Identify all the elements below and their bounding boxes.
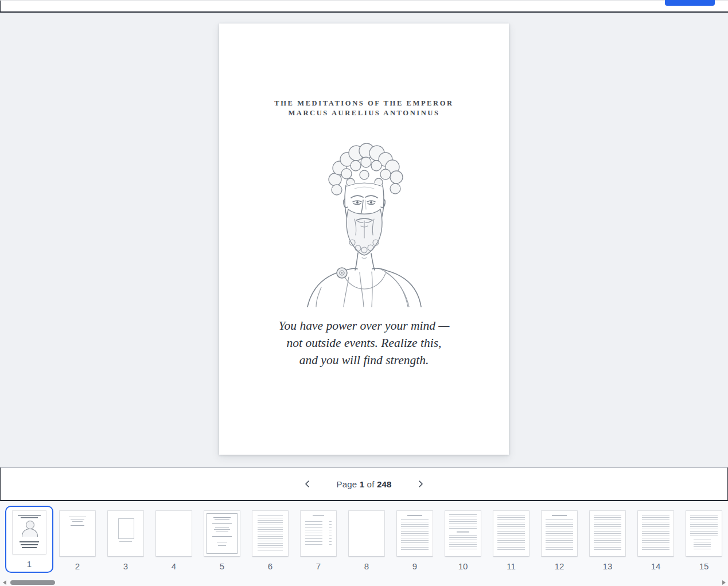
total-page-count: 248: [377, 479, 392, 489]
thumbnail-item-1[interactable]: 1: [5, 506, 53, 573]
chevron-right-icon: [416, 480, 425, 488]
thumbnail-page-preview: [349, 511, 384, 556]
page-word: Page: [336, 479, 357, 489]
thumbnail-list: 123456789101112131415: [0, 501, 728, 575]
chevron-left-icon: [303, 480, 312, 488]
thumbnail-page-preview: [542, 511, 577, 556]
thumbnail-page-number: 14: [651, 561, 661, 572]
thumbnail-item-6[interactable]: 6: [246, 506, 294, 575]
thumbnail-page-number: 1: [27, 559, 32, 569]
thumbnail-page-number: 12: [555, 561, 565, 572]
thumbnail-page-preview: [60, 511, 95, 556]
of-word: of: [367, 479, 375, 489]
thumbnail-page-preview: [108, 511, 143, 556]
thumbnail-item-15[interactable]: 15: [680, 506, 728, 575]
top-toolbar: [0, 0, 728, 13]
thumbnail-page-preview: [397, 511, 433, 556]
thumbnail-page-preview: [301, 511, 336, 556]
thumbnail-page-number: 3: [123, 561, 128, 572]
thumbnail-page-number: 10: [458, 561, 468, 572]
viewer-canvas[interactable]: THE MEDITATIONS OF THE EMPEROR MARCUS AU…: [0, 13, 728, 467]
thumbnail-page-number: 2: [75, 561, 80, 572]
book-quote: You have power over your mind — not outs…: [279, 317, 450, 369]
thumbnail-item-10[interactable]: 10: [439, 506, 487, 575]
thumbnail-item-2[interactable]: 2: [53, 506, 102, 575]
quote-line3: and you will find strength.: [279, 351, 450, 369]
thumbnail-item-8[interactable]: 8: [342, 506, 391, 575]
thumbnail-page-number: 11: [507, 561, 516, 572]
thumbnail-item-11[interactable]: 11: [487, 506, 535, 575]
thumbnail-page-number: 8: [364, 561, 369, 572]
page-indicator: Page 1 of 248: [336, 479, 391, 489]
thumbnail-page-number: 5: [220, 561, 224, 572]
scroll-left-arrow-icon[interactable]: [3, 580, 6, 585]
thumbnail-page-number: 6: [268, 561, 272, 572]
marcus-aurelius-portrait-illustration: [287, 124, 442, 309]
document-viewer-app: THE MEDITATIONS OF THE EMPEROR MARCUS AU…: [0, 0, 728, 586]
current-page-number: 1: [360, 479, 365, 489]
thumbnail-item-9[interactable]: 9: [391, 506, 439, 575]
thumbnail-item-3[interactable]: 3: [102, 506, 150, 575]
scroll-right-arrow-icon[interactable]: [722, 580, 726, 585]
document-page: THE MEDITATIONS OF THE EMPEROR MARCUS AU…: [219, 24, 509, 455]
thumbnail-item-14[interactable]: 14: [632, 506, 680, 575]
thumbnail-page-preview: [686, 511, 722, 556]
thumbnail-page-number: 4: [172, 561, 176, 572]
thumbnail-page-preview: [252, 511, 288, 556]
thumbnail-page-preview: [204, 511, 240, 556]
previous-page-button[interactable]: [301, 477, 314, 491]
thumbnail-page-number: 13: [603, 561, 613, 572]
thumbnail-item-4[interactable]: 4: [150, 506, 198, 575]
thumbnail-page-preview: [590, 511, 625, 556]
thumbnail-page-number: 9: [412, 561, 417, 572]
thumbnail-page-preview: [13, 511, 46, 554]
thumbnail-item-7[interactable]: 7: [294, 506, 342, 575]
quote-line1: You have power over your mind —: [279, 317, 450, 334]
book-title-line1: THE MEDITATIONS OF THE EMPEROR: [274, 99, 453, 108]
thumbnail-page-preview: [445, 511, 481, 556]
toolbar-primary-button[interactable]: [665, 0, 715, 6]
thumbnail-strip: 123456789101112131415: [0, 501, 728, 586]
book-title: THE MEDITATIONS OF THE EMPEROR MARCUS AU…: [274, 99, 453, 118]
thumbnail-item-5[interactable]: 5: [198, 506, 246, 575]
thumbnail-scrollbar[interactable]: [0, 579, 728, 586]
thumbnail-page-preview: [638, 511, 674, 556]
thumbnail-page-preview: [156, 511, 192, 556]
thumbnail-page-number: 15: [699, 561, 709, 572]
book-title-line2: MARCUS AURELIUS ANTONINUS: [274, 108, 453, 118]
scrollbar-thumb[interactable]: [10, 580, 55, 585]
thumbnail-page-number: 7: [316, 561, 321, 572]
thumbnail-item-12[interactable]: 12: [535, 506, 583, 575]
pagination-bar: Page 1 of 248: [0, 467, 728, 501]
thumbnail-item-13[interactable]: 13: [583, 506, 632, 575]
next-page-button[interactable]: [414, 477, 427, 491]
quote-line2: not outside events. Realize this,: [279, 334, 450, 351]
thumbnail-page-preview: [493, 511, 529, 556]
